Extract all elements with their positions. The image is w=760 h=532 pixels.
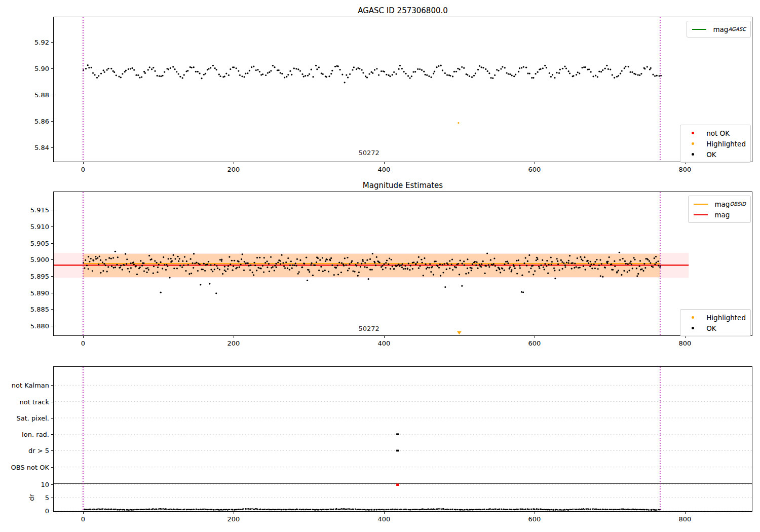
dr-point bbox=[196, 509, 198, 510]
ok-point bbox=[564, 266, 566, 268]
ok-point bbox=[219, 259, 221, 260]
dr-point bbox=[192, 509, 193, 510]
ok-point bbox=[546, 67, 547, 68]
ok-point bbox=[459, 274, 460, 275]
ok-point bbox=[326, 259, 328, 260]
dr-point bbox=[264, 509, 266, 510]
dr-point bbox=[246, 508, 248, 510]
ok-point bbox=[446, 74, 448, 75]
ok-point bbox=[371, 269, 373, 271]
dr-point bbox=[251, 508, 253, 510]
ok-point bbox=[148, 255, 150, 256]
ok-point bbox=[440, 65, 442, 66]
ok-point bbox=[295, 68, 297, 69]
ok-point bbox=[606, 262, 608, 264]
ok-point bbox=[593, 263, 595, 265]
legend-label: not OK bbox=[706, 129, 730, 137]
ok-point bbox=[474, 261, 476, 262]
legend: not OKHighlightedOK bbox=[680, 125, 751, 163]
ok-point bbox=[423, 71, 425, 72]
ok-point bbox=[199, 72, 201, 74]
legend-line-swatch bbox=[693, 214, 708, 215]
ok-point bbox=[600, 71, 602, 72]
ok-point bbox=[330, 73, 332, 74]
dr-point bbox=[243, 508, 245, 510]
ok-point bbox=[86, 264, 88, 266]
ok-point bbox=[544, 269, 545, 270]
dr-point bbox=[303, 509, 305, 511]
ok-point bbox=[224, 266, 225, 268]
ok-point bbox=[128, 68, 129, 70]
ok-point bbox=[632, 268, 633, 269]
ok-point bbox=[359, 68, 360, 69]
ok-point bbox=[97, 257, 98, 259]
dr-point bbox=[179, 509, 180, 510]
dr-point bbox=[573, 509, 574, 510]
ok-point bbox=[215, 292, 217, 294]
ok-point bbox=[492, 78, 493, 79]
ok-point bbox=[245, 262, 246, 264]
ok-point bbox=[499, 269, 500, 270]
ok-point bbox=[386, 259, 388, 261]
dr-point bbox=[507, 509, 509, 510]
ok-point bbox=[479, 65, 480, 67]
ok-point bbox=[444, 72, 446, 74]
ok-point bbox=[96, 77, 98, 79]
y-tick-mark bbox=[51, 243, 53, 244]
dr-point bbox=[156, 509, 158, 510]
ok-point bbox=[230, 263, 231, 265]
ok-point bbox=[522, 291, 524, 293]
dr-point bbox=[318, 509, 320, 511]
dr-point bbox=[501, 509, 502, 510]
ok-point bbox=[256, 270, 257, 271]
ok-point bbox=[372, 253, 373, 254]
y-tick-mark bbox=[51, 309, 53, 310]
dr-point bbox=[100, 509, 101, 510]
ok-point bbox=[393, 71, 395, 73]
ok-point bbox=[166, 264, 167, 265]
ok-point bbox=[581, 258, 582, 260]
ok-point bbox=[160, 261, 162, 263]
ok-point bbox=[287, 257, 289, 259]
ok-point bbox=[183, 264, 184, 266]
dr-point bbox=[636, 509, 637, 511]
ok-point bbox=[208, 261, 209, 262]
ok-point bbox=[625, 263, 627, 264]
ok-point bbox=[164, 71, 165, 73]
dr-point bbox=[557, 509, 558, 511]
x-tick-label: 0 bbox=[81, 166, 85, 173]
legend-label: Highlighted bbox=[706, 140, 746, 148]
ok-point bbox=[147, 69, 149, 70]
ok-point bbox=[467, 258, 468, 260]
ok-point bbox=[650, 67, 652, 69]
ok-point bbox=[176, 268, 178, 269]
not-ok-dr-point bbox=[396, 484, 399, 486]
legend-line-swatch bbox=[692, 29, 707, 30]
dr-point bbox=[629, 509, 631, 510]
ok-point bbox=[207, 263, 208, 265]
ok-point bbox=[566, 261, 567, 263]
ok-point bbox=[259, 257, 260, 258]
y-tick-mark bbox=[51, 434, 53, 435]
dr-point bbox=[369, 509, 370, 511]
ok-point bbox=[285, 261, 287, 263]
ok-point bbox=[266, 260, 268, 262]
ok-point bbox=[623, 270, 625, 272]
ok-point bbox=[296, 258, 298, 260]
ok-point bbox=[400, 264, 402, 266]
dr-point bbox=[626, 509, 627, 510]
ok-point bbox=[127, 268, 129, 270]
ok-point bbox=[639, 265, 640, 267]
legend-item-mag-obsid: magOBSID bbox=[693, 199, 746, 209]
ok-point bbox=[319, 259, 321, 261]
ok-point bbox=[636, 275, 638, 277]
dr-point bbox=[248, 508, 250, 510]
dr-point bbox=[161, 509, 163, 510]
ok-point bbox=[283, 265, 285, 267]
dr-point bbox=[341, 508, 343, 510]
ok-point bbox=[438, 65, 439, 67]
ok-point bbox=[321, 72, 322, 74]
dr-point bbox=[357, 509, 358, 510]
ok-point bbox=[416, 261, 418, 263]
ok-point bbox=[260, 74, 262, 75]
